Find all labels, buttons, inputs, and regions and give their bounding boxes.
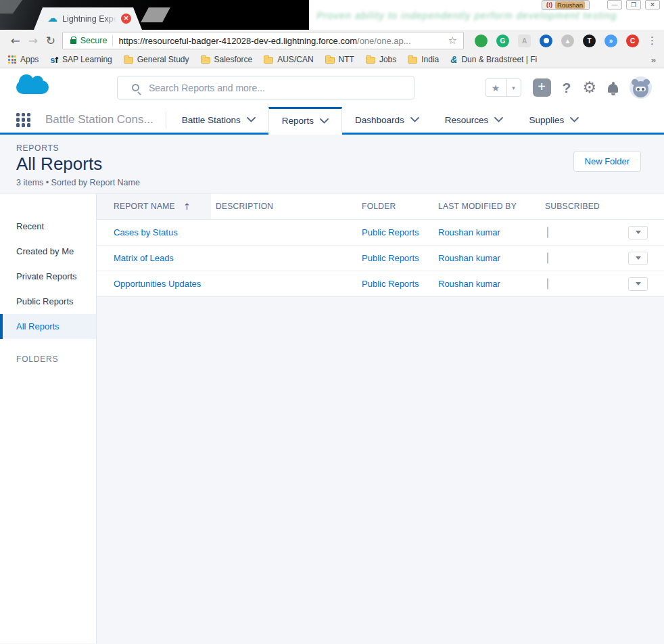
sidebar-item-created-by-me[interactable]: Created by Me	[0, 239, 96, 264]
folder-icon	[124, 57, 133, 64]
tab-label: Resources	[445, 115, 489, 125]
bookmark-dun-bradstreet[interactable]: & Dun & Bradstreet | Fi	[450, 54, 537, 65]
table-row: Opportunities Updates Public Reports Rou…	[97, 271, 664, 297]
reload-icon[interactable]: ↻	[42, 34, 60, 47]
sort-asc-icon[interactable]: ↑	[183, 202, 191, 212]
row-actions-button[interactable]	[628, 252, 648, 265]
new-folder-button[interactable]: New Folder	[573, 151, 641, 172]
folder-link[interactable]: Public Reports	[362, 253, 419, 263]
close-button[interactable]: ✕	[645, 0, 660, 9]
back-icon[interactable]: ←	[7, 34, 24, 47]
column-folder[interactable]: FOLDER	[362, 202, 433, 211]
setup-gear-icon[interactable]: ⚙	[582, 80, 596, 95]
bookmark-aus-can[interactable]: AUS/CAN	[264, 55, 313, 64]
bookmark-salesforce[interactable]: Salesforce	[201, 55, 253, 64]
notifications-bell-icon[interactable]	[608, 84, 618, 93]
bookmark-ntt[interactable]: NTT	[325, 55, 354, 64]
folder-link[interactable]: Public Reports	[362, 279, 419, 289]
tab-battle-stations[interactable]: Battle Stations	[169, 107, 268, 133]
background-blurred-text: Proven ability to independently perform …	[316, 10, 658, 21]
chevron-down-icon[interactable]	[494, 117, 503, 122]
maximize-button[interactable]: ❐	[626, 0, 641, 9]
drive-icon[interactable]: ▲	[561, 34, 574, 47]
sidebar-item-private-reports[interactable]: Private Reports	[0, 264, 96, 289]
forward-icon[interactable]: →	[24, 34, 42, 47]
reports-sidebar: Recent Created by Me Private Reports Pub…	[0, 193, 97, 643]
tab-reports[interactable]: Reports	[268, 107, 342, 133]
row-actions-button[interactable]	[628, 226, 648, 239]
extension-icons: G A ▲ T » C	[475, 34, 639, 47]
sap-icon: sf	[50, 55, 58, 65]
dropdown-triangle-icon	[636, 282, 641, 285]
user-avatar[interactable]	[630, 76, 652, 99]
bookmark-jobs[interactable]: Jobs	[366, 55, 396, 64]
birds-icon[interactable]: »	[604, 34, 617, 47]
favorites-star-icon[interactable]: ★	[485, 79, 506, 96]
column-description[interactable]: DESCRIPTION	[211, 202, 362, 211]
bookmark-india[interactable]: India	[408, 55, 439, 64]
global-actions-plus-icon[interactable]: +	[533, 78, 551, 97]
table-row: Cases by Status Public Reports Roushan k…	[97, 220, 664, 246]
bookmarks-bar: Apps sf SAP Learning General Study Sales…	[0, 51, 664, 68]
bookmarks-overflow-icon[interactable]: »	[651, 55, 656, 65]
column-subscribed[interactable]: SUBSCRIBED	[540, 202, 622, 211]
subscribed-checkbox[interactable]	[547, 227, 548, 238]
profile-name: Roushan	[555, 1, 585, 9]
page-title: All Reports	[16, 154, 648, 175]
page-summary: 3 items • Sorted by Report Name	[16, 178, 648, 187]
last-modified-by-link[interactable]: Roushan kumar	[438, 227, 500, 237]
chevron-down-icon[interactable]	[570, 117, 579, 122]
folder-icon	[408, 57, 417, 64]
folder-link[interactable]: Public Reports	[362, 227, 419, 237]
browser-tab[interactable]: ☁ Lightning Experience | Sa ✕	[34, 7, 142, 30]
tab-dashboards[interactable]: Dashboards	[342, 107, 432, 133]
search-input[interactable]	[149, 83, 414, 93]
tab-close-icon[interactable]: ✕	[121, 14, 131, 24]
favorites-button-group: ★ ▾	[485, 78, 521, 97]
bookmark-label: Dun & Bradstreet | Fi	[461, 55, 537, 64]
subscribed-checkbox[interactable]	[547, 252, 548, 264]
bookmark-general-study[interactable]: General Study	[124, 55, 189, 64]
column-last-modified-by[interactable]: LAST MODIFIED BY	[433, 202, 540, 211]
address-bar[interactable]: Secure https://resourceful-badger-412028…	[62, 32, 464, 49]
report-link[interactable]: Opportunities Updates	[114, 279, 201, 289]
bookmark-apps[interactable]: Apps	[8, 55, 39, 64]
report-link[interactable]: Cases by Status	[114, 227, 178, 237]
chevron-down-icon[interactable]	[247, 117, 256, 122]
keep-icon[interactable]	[475, 34, 488, 47]
folder-icon	[325, 57, 335, 64]
folders-section-label: FOLDERS	[16, 354, 96, 364]
main-content: REPORTS All Reports 3 items • Sorted by …	[0, 135, 664, 644]
chevron-down-icon[interactable]	[320, 118, 329, 124]
app-launcher-icon[interactable]	[16, 113, 30, 127]
nav-divider	[166, 112, 166, 129]
grammarly-icon[interactable]: G	[496, 34, 509, 47]
sidebar-item-recent[interactable]: Recent	[0, 214, 96, 239]
sidebar-item-all-reports[interactable]: All Reports	[0, 314, 96, 339]
global-search-box[interactable]	[117, 76, 414, 99]
tab-label: Reports	[282, 116, 314, 126]
sidebar-item-public-reports[interactable]: Public Reports	[0, 289, 96, 314]
subscribed-checkbox[interactable]	[547, 278, 548, 290]
bookmark-sap-learning[interactable]: sf SAP Learning	[50, 55, 112, 65]
column-report-name[interactable]: REPORT NAME ↑	[97, 193, 211, 219]
tab-title: Lightning Experience | Sa	[62, 14, 116, 24]
chevron-down-icon[interactable]	[410, 117, 419, 122]
t-icon[interactable]: T	[583, 34, 596, 47]
help-icon[interactable]: ?	[563, 80, 571, 96]
pdf-icon[interactable]: A	[518, 34, 531, 47]
red-c-icon[interactable]: C	[626, 34, 639, 47]
onetab-eye-icon[interactable]	[540, 34, 552, 47]
row-actions-button[interactable]	[628, 277, 648, 291]
report-link[interactable]: Matrix of Leads	[114, 253, 174, 263]
minimize-button[interactable]: —	[607, 0, 622, 9]
tab-resources[interactable]: Resources	[432, 107, 517, 133]
last-modified-by-link[interactable]: Roushan kumar	[438, 279, 500, 289]
last-modified-by-link[interactable]: Roushan kumar	[438, 253, 500, 263]
browser-menu-icon[interactable]: ⋮	[647, 34, 657, 47]
bookmark-label: India	[421, 55, 439, 64]
favorites-caret-icon[interactable]: ▾	[506, 79, 521, 96]
bookmark-star-icon[interactable]: ☆	[448, 34, 457, 47]
browser-profile-button[interactable]: (!) Roushan	[542, 0, 590, 10]
tab-supplies[interactable]: Supplies	[516, 107, 592, 133]
